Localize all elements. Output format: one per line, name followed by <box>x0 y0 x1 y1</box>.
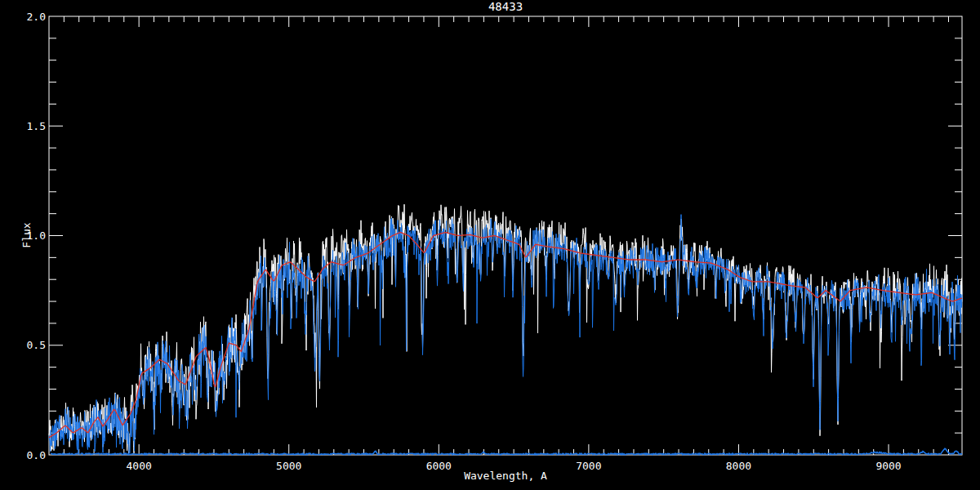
series-observed-spectrum <box>49 215 962 453</box>
y-axis-title: Flux <box>21 222 32 247</box>
x-axis-title: Wavelength, A <box>49 470 962 481</box>
series-noise-baseline <box>51 448 962 454</box>
plot-canvas: 4000500060007000800090000.00.51.01.52.0 <box>0 0 980 490</box>
y-tick-label: 0.5 <box>27 339 46 351</box>
plot-title: 48433 <box>49 1 962 12</box>
y-tick-label: 0.0 <box>27 449 46 461</box>
y-tick-label: 1.5 <box>27 120 46 132</box>
spectrum-chart: 4000500060007000800090000.00.51.01.52.0 … <box>0 0 980 490</box>
y-tick-label: 2.0 <box>27 11 46 23</box>
